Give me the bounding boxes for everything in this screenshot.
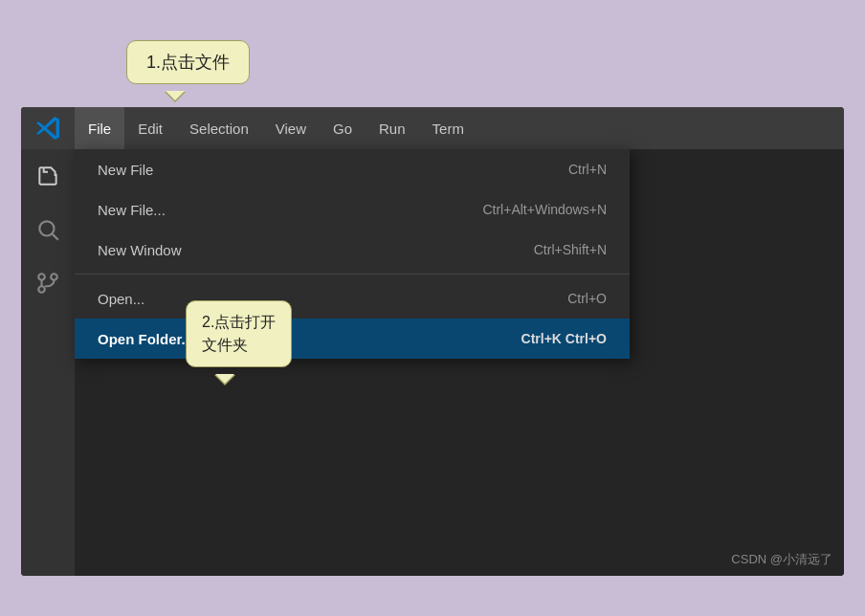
watermark-text: CSDN @小清远了: [731, 552, 832, 566]
menu-item-run[interactable]: Run: [366, 107, 419, 149]
dropdown-item-new-file[interactable]: New File Ctrl+N: [75, 149, 630, 189]
item-shortcut: Ctrl+Alt+Windows+N: [482, 202, 607, 217]
tooltip1-text: 1.点击文件: [146, 53, 230, 72]
files-icon: [35, 164, 60, 188]
svg-point-2: [38, 286, 45, 293]
svg-point-0: [39, 221, 54, 235]
search-icon: [35, 217, 60, 242]
menu-bar: File Edit Selection View Go Run Term: [21, 107, 844, 149]
tooltip2-line2: 文件夹: [202, 334, 276, 357]
vscode-icon: [34, 115, 61, 142]
item-label: Open...: [98, 291, 144, 307]
svg-point-4: [38, 274, 45, 280]
sidebar-icon-files[interactable]: [29, 157, 67, 195]
item-shortcut: Ctrl+K Ctrl+O: [521, 331, 607, 346]
menu-item-file[interactable]: File: [75, 107, 124, 149]
menu-items: File Edit Selection View Go Run Term: [75, 107, 477, 149]
dropdown-menu: New File Ctrl+N New File... Ctrl+Alt+Win…: [75, 149, 630, 359]
menu-item-view[interactable]: View: [262, 107, 320, 149]
item-label: New Window: [98, 242, 182, 258]
screenshot-container: 1.点击文件 File Edit Selection View Go Run T…: [21, 40, 844, 576]
item-label: New File: [98, 162, 153, 178]
dropdown-item-open-folder[interactable]: Open Folder... Ctrl+K Ctrl+O: [75, 319, 630, 359]
svg-line-1: [53, 234, 58, 240]
sidebar: [21, 149, 75, 576]
vscode-logo: [21, 107, 75, 149]
menu-item-selection[interactable]: Selection: [176, 107, 262, 149]
tooltip2-line1: 2.点击打开: [202, 311, 276, 334]
item-shortcut: Ctrl+Shift+N: [534, 242, 607, 257]
tooltip-2: 2.点击打开 文件夹: [186, 300, 292, 367]
source-control-icon: [35, 271, 60, 296]
tooltip-1: 1.点击文件: [126, 40, 250, 84]
item-shortcut: Ctrl+N: [568, 162, 607, 177]
svg-point-3: [51, 274, 57, 280]
sidebar-icon-search[interactable]: [29, 210, 67, 249]
menu-item-edit[interactable]: Edit: [124, 107, 176, 149]
dropdown-area: New File Ctrl+N New File... Ctrl+Alt+Win…: [75, 149, 844, 576]
vscode-window: File Edit Selection View Go Run Term: [21, 107, 844, 576]
dropdown-divider: [75, 274, 630, 275]
watermark: CSDN @小清远了: [731, 551, 832, 568]
main-area: New File Ctrl+N New File... Ctrl+Alt+Win…: [21, 149, 844, 576]
dropdown-item-new-file-dialog[interactable]: New File... Ctrl+Alt+Windows+N: [75, 189, 630, 230]
sidebar-icon-source-control[interactable]: [29, 264, 67, 302]
menu-item-term[interactable]: Term: [419, 107, 477, 149]
dropdown-item-new-window[interactable]: New Window Ctrl+Shift+N: [75, 230, 630, 270]
item-label: New File...: [98, 202, 166, 218]
item-label: Open Folder...: [98, 331, 193, 347]
item-shortcut: Ctrl+O: [567, 291, 607, 306]
menu-item-go[interactable]: Go: [320, 107, 366, 149]
dropdown-item-open[interactable]: Open... Ctrl+O: [75, 278, 630, 319]
